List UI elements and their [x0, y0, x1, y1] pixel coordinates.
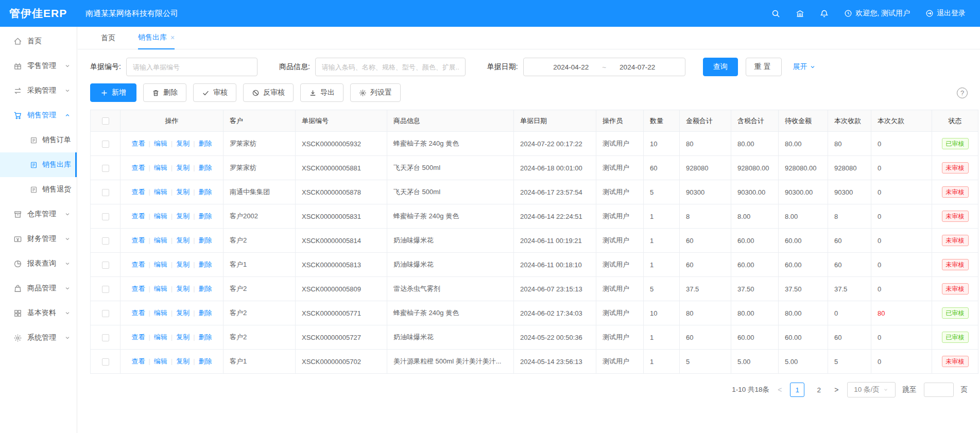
row-checkbox[interactable] — [102, 262, 109, 269]
page-button-2[interactable]: 2 — [812, 383, 826, 397]
bank-icon[interactable] — [796, 9, 804, 18]
date-range-picker[interactable]: 2024-04-22 ~ 2024-07-22 — [523, 58, 685, 76]
action-copy-link[interactable]: 复制 — [176, 285, 190, 292]
sidebar-item-home[interactable]: 首页 — [0, 29, 77, 54]
action-view-link[interactable]: 查看 — [131, 140, 145, 147]
add-button[interactable]: 新增 — [90, 83, 136, 102]
action-copy-link[interactable]: 复制 — [176, 164, 190, 171]
action-edit-link[interactable]: 编辑 — [154, 357, 167, 365]
sidebar-item-system[interactable]: 系统管理 — [0, 325, 77, 350]
sidebar-item-finance[interactable]: 财务管理 — [0, 227, 77, 251]
action-delete-link[interactable]: 删除 — [199, 140, 212, 147]
prev-page-button[interactable]: < — [777, 386, 783, 394]
next-page-button[interactable]: > — [833, 386, 839, 394]
row-checkbox[interactable] — [102, 189, 109, 196]
action-view-link[interactable]: 查看 — [131, 236, 145, 244]
action-view-link[interactable]: 查看 — [131, 309, 145, 317]
action-copy-link[interactable]: 复制 — [176, 333, 190, 341]
document-icon — [30, 186, 38, 194]
action-delete-link[interactable]: 删除 — [199, 236, 212, 244]
action-view-link[interactable]: 查看 — [131, 357, 145, 365]
action-copy-link[interactable]: 复制 — [176, 309, 190, 317]
row-checkbox[interactable] — [102, 310, 109, 317]
action-copy-link[interactable]: 复制 — [176, 357, 190, 365]
action-delete-link[interactable]: 删除 — [199, 285, 212, 292]
action-edit-link[interactable]: 编辑 — [154, 164, 167, 171]
delete-button[interactable]: 删除 — [143, 83, 186, 102]
sidebar-item-product[interactable]: 商品管理 — [0, 276, 77, 301]
column-settings-button[interactable]: 列设置 — [350, 83, 401, 102]
sidebar-item-sales-outbound[interactable]: 销售出库 — [0, 152, 77, 177]
export-button[interactable]: 导出 — [300, 83, 343, 102]
row-checkbox[interactable] — [102, 213, 109, 220]
cell-receivable: 8.00 — [779, 204, 828, 229]
product-info-input[interactable] — [315, 58, 466, 76]
sidebar-item-purchase[interactable]: 采购管理 — [0, 78, 77, 103]
tab-home[interactable]: 首页 — [101, 27, 115, 49]
sidebar-item-basic-data[interactable]: 基本资料 — [0, 301, 77, 325]
action-edit-link[interactable]: 编辑 — [154, 285, 167, 292]
bell-icon[interactable] — [820, 9, 829, 18]
sidebar-item-warehouse[interactable]: 仓库管理 — [0, 202, 77, 227]
page-button-1[interactable]: 1 — [790, 383, 804, 397]
date-end[interactable]: 2024-07-22 — [620, 63, 655, 71]
action-delete-link[interactable]: 删除 — [199, 357, 212, 365]
select-all-checkbox[interactable] — [102, 117, 109, 125]
cell-customer: 客户2 — [223, 277, 296, 301]
sidebar-item-sales-return[interactable]: 销售退货 — [0, 177, 77, 202]
cell-qty: 60 — [644, 156, 680, 180]
row-checkbox[interactable] — [102, 334, 109, 341]
action-edit-link[interactable]: 编辑 — [154, 309, 167, 317]
sidebar-item-sales[interactable]: 销售管理 — [0, 103, 77, 128]
order-no-input[interactable] — [126, 58, 257, 76]
jump-page-input[interactable] — [924, 383, 954, 397]
action-copy-link[interactable]: 复制 — [176, 212, 190, 220]
date-start[interactable]: 2024-04-22 — [553, 63, 589, 71]
row-checkbox[interactable] — [102, 358, 109, 366]
logout-button[interactable]: 退出登录 — [925, 9, 966, 18]
action-edit-link[interactable]: 编辑 — [154, 333, 167, 341]
chevron-down-icon — [883, 387, 888, 392]
tab-sales-outbound[interactable]: 销售出库 × — [138, 27, 175, 49]
action-view-link[interactable]: 查看 — [131, 261, 145, 268]
row-checkbox[interactable] — [102, 141, 109, 148]
action-edit-link[interactable]: 编辑 — [154, 188, 167, 196]
cell-owed: 0 — [871, 253, 932, 277]
sidebar-item-report[interactable]: 报表查询 — [0, 251, 77, 276]
action-edit-link[interactable]: 编辑 — [154, 140, 167, 147]
audit-button[interactable]: 审核 — [193, 83, 236, 102]
search-icon[interactable] — [771, 9, 780, 18]
close-icon[interactable]: × — [170, 33, 175, 42]
reset-button[interactable]: 重置 — [746, 58, 782, 76]
action-copy-link[interactable]: 复制 — [176, 188, 190, 196]
action-view-link[interactable]: 查看 — [131, 285, 145, 292]
row-checkbox[interactable] — [102, 165, 109, 172]
action-delete-link[interactable]: 删除 — [199, 212, 212, 220]
unaudit-button[interactable]: 反审核 — [243, 83, 294, 102]
action-view-link[interactable]: 查看 — [131, 212, 145, 220]
row-checkbox[interactable] — [102, 286, 109, 293]
action-view-link[interactable]: 查看 — [131, 333, 145, 341]
welcome-user[interactable]: 欢迎您, 测试用户 — [844, 9, 910, 18]
sidebar-item-retail[interactable]: 零售管理 — [0, 54, 77, 78]
action-copy-link[interactable]: 复制 — [176, 140, 190, 147]
action-view-link[interactable]: 查看 — [131, 188, 145, 196]
action-edit-link[interactable]: 编辑 — [154, 236, 167, 244]
action-delete-link[interactable]: 删除 — [199, 309, 212, 317]
search-button[interactable]: 查询 — [703, 58, 738, 76]
action-copy-link[interactable]: 复制 — [176, 236, 190, 244]
row-actions: 查看|编辑|复制|删除 — [121, 132, 223, 156]
action-delete-link[interactable]: 删除 — [199, 188, 212, 196]
action-copy-link[interactable]: 复制 — [176, 261, 190, 268]
row-checkbox[interactable] — [102, 237, 109, 245]
expand-link[interactable]: 展开 — [793, 62, 816, 72]
page-size-select[interactable]: 10 条/页 — [847, 382, 896, 397]
action-delete-link[interactable]: 删除 — [199, 333, 212, 341]
sidebar-item-sales-order[interactable]: 销售订单 — [0, 128, 77, 152]
action-view-link[interactable]: 查看 — [131, 164, 145, 171]
action-delete-link[interactable]: 删除 — [199, 261, 212, 268]
help-icon[interactable]: ? — [957, 88, 968, 98]
action-delete-link[interactable]: 删除 — [199, 164, 212, 171]
action-edit-link[interactable]: 编辑 — [154, 261, 167, 268]
action-edit-link[interactable]: 编辑 — [154, 212, 167, 220]
